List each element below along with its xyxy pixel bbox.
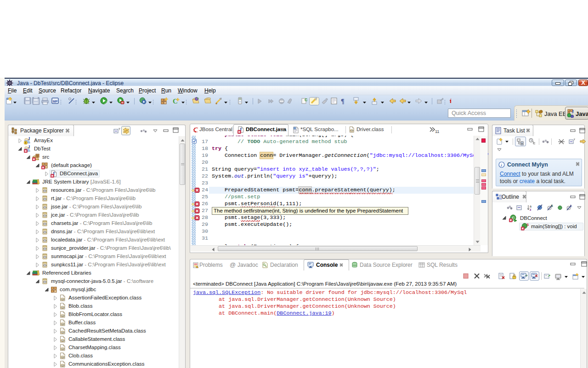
- svg-text:S: S: [526, 223, 529, 227]
- svg-text:a: a: [530, 205, 531, 208]
- svg-text:J: J: [571, 109, 574, 114]
- svg-text:z: z: [530, 208, 531, 211]
- svg-text:C: C: [305, 98, 308, 102]
- svg-text:C: C: [173, 98, 178, 105]
- svg-text:MP: MP: [53, 100, 58, 103]
- svg-text:11: 11: [435, 129, 439, 133]
- svg-text:¶: ¶: [341, 98, 345, 105]
